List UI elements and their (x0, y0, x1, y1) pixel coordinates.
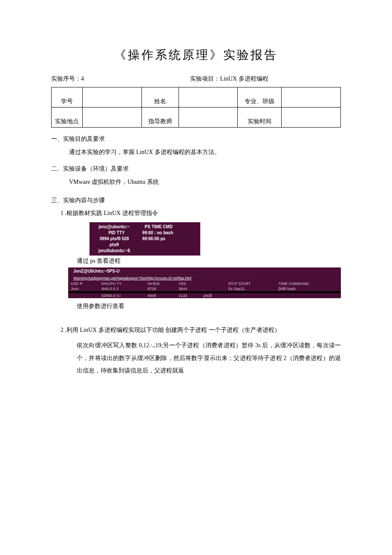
td: 8728 (145, 286, 176, 291)
cell-student-id (83, 87, 142, 108)
terminal-snippet-2: JonZ@UbUntu:~5PS-U Warning:badpssyntax,p… (68, 267, 341, 298)
cell-name-label: 姓名 (141, 87, 179, 108)
terminal-header: JonZ@UbUntu:~5PS-U (68, 267, 341, 275)
cell-location (83, 108, 142, 128)
cell-major-label: 专业、班级 (238, 87, 282, 108)
td: Jonz (68, 286, 99, 291)
th-mem: %HEM (145, 281, 176, 286)
td (68, 293, 99, 298)
cell-teacher-label: 指导教师 (141, 108, 179, 128)
td: I940.0 0.3 (99, 286, 145, 291)
th-cmd: TIME COMMAND (276, 281, 341, 286)
td: 52860.0 0.l (99, 293, 145, 298)
terminal-table: USE R D%CPU TY %HEM VSZ STAT START TIME … (68, 281, 341, 298)
terminal-warning: Warning:badpssyntax,perhapsabogus'?Seeht… (68, 275, 256, 281)
cell-time-label: 实验时间 (238, 108, 282, 128)
td (226, 293, 276, 298)
terminal-col-left: jonz@ubuntu:~ PID TTY 3994 pts∕Θ 528 pts… (89, 222, 139, 256)
td (276, 293, 341, 298)
section-3-heading: 三、实验内容与步骤 (51, 197, 341, 204)
info-table: 学号 姓名 专业、班级 实验地点 指导教师 实验时间 (51, 87, 341, 128)
step-2-body: 依次向缓冲区写入整数 0,12.·.,19;另一个子进程（消费者进程）暂停 3s… (77, 339, 341, 377)
cell-teacher (179, 108, 238, 128)
cell-location-label: 实验地点 (52, 108, 83, 128)
exp-num-value: 4 (81, 76, 84, 82)
step-2-lead: 2 .利用 LinUX 多进程编程实现以下功能 创建两个子进程 一个子进程（生产… (61, 325, 341, 335)
td (201, 286, 226, 291)
terminal-col-right: PS TIME CMD θθ:60 : oo bash θθ:66:06 ps (139, 222, 200, 256)
td: 1132 (176, 293, 201, 298)
terminal-snippet-1: jonz@ubuntu:~ PID TTY 3994 pts∕Θ 528 pts… (89, 222, 200, 256)
doc-title: 《操作系统原理》实验报告 (51, 47, 341, 63)
cell-major (282, 87, 341, 108)
table-row: Jonz I940.0 0.3 8728 3644 Ss Sep21 βrθθ … (68, 286, 341, 291)
section-2-para: VMware 虚拟机软件，Ubuntu 系统 (69, 177, 341, 187)
td: 4948 (145, 293, 176, 298)
table-row: 学号 姓名 专业、班级 (52, 87, 341, 108)
table-row: 52860.0 0.l 4948 1132 pts/β (68, 293, 341, 298)
step-1-heading: 1 .根据教材实践 LinUX 进程管理指令 (61, 209, 341, 218)
section-1-heading: 一、实验目的及要求 (51, 135, 341, 143)
caption-params: 使用参数进行查看 (77, 302, 341, 310)
th-cpu: D%CPU TY (99, 281, 145, 286)
th-vsz: VSZ (176, 281, 201, 286)
td: 3644 (176, 286, 201, 291)
exp-proj-value: LinUX 多进程编程 (220, 76, 268, 82)
exp-proj-label: 实验项目： (190, 76, 220, 82)
section-2-heading: 二、实验设备（环境）及要求 (51, 165, 341, 173)
td: Ss Sep21 (226, 286, 276, 291)
table-row: USE R D%CPU TY %HEM VSZ STAT START TIME … (68, 281, 341, 286)
cell-name (179, 87, 238, 108)
table-row: 实验地点 指导教师 实验时间 (52, 108, 341, 128)
th-user: USE R (68, 281, 99, 286)
cell-student-id-label: 学号 (52, 87, 83, 108)
caption-ps: 通过 ps 查看进程 (77, 257, 341, 265)
section-1-para: 通过本实验的学习，掌握 LinUX 多进程编程的基本方法。 (69, 147, 341, 157)
td: pts/β (201, 293, 226, 298)
th-stat: STAT START (226, 281, 276, 286)
td: βrθθ bash (276, 286, 341, 291)
cell-time (282, 108, 341, 128)
exp-num-label: 实验序号： (51, 76, 81, 82)
meta-row: 实验序号：4 实验项目：LinUX 多进程编程 (51, 75, 341, 83)
th-blank (201, 281, 226, 286)
